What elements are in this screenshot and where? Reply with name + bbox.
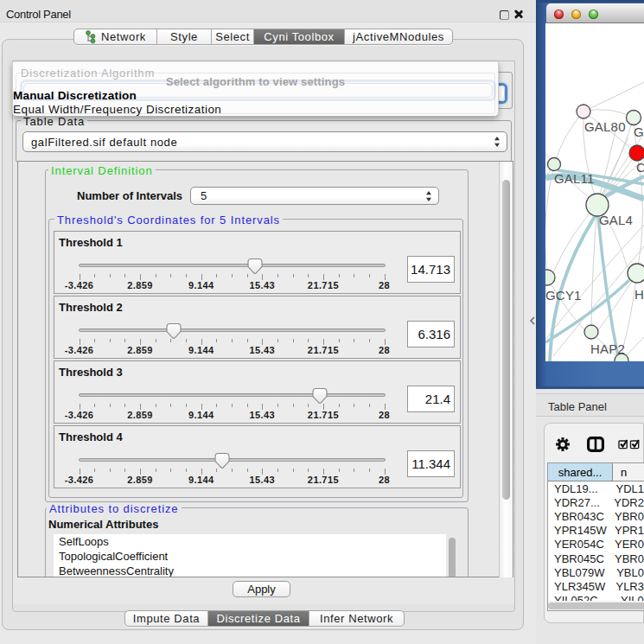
svg-text:HA: HA bbox=[634, 287, 644, 302]
svg-text:GAL11: GAL11 bbox=[554, 171, 595, 186]
svg-text:CY: CY bbox=[636, 160, 644, 175]
svg-text:GA: GA bbox=[634, 124, 644, 139]
svg-text:GAL4: GAL4 bbox=[599, 213, 633, 227]
svg-text:GCY1: GCY1 bbox=[545, 288, 582, 303]
svg-text:GAL80: GAL80 bbox=[584, 119, 626, 134]
svg-text:HAP2: HAP2 bbox=[590, 341, 625, 356]
